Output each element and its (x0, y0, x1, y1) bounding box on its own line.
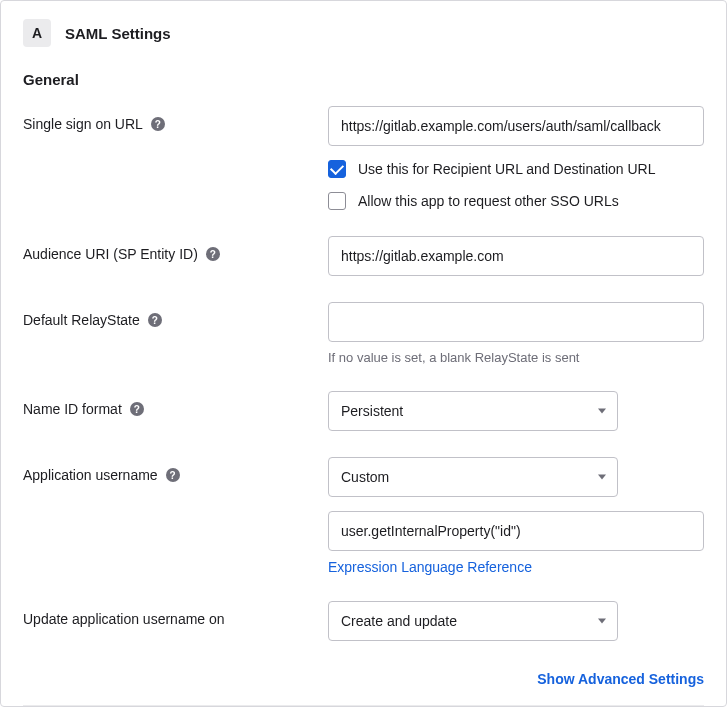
row-update-username-on: Update application username on Create an… (1, 601, 726, 667)
label-audience-uri: Audience URI (SP Entity ID) ? (23, 236, 328, 262)
relay-state-helper: If no value is set, a blank RelayState i… (328, 350, 704, 365)
nameid-select-wrap: Persistent (328, 391, 618, 431)
control-audience-uri (328, 236, 704, 276)
label-sso-url: Single sign on URL ? (23, 106, 328, 132)
checkbox-recipient-label[interactable]: Use this for Recipient URL and Destinati… (358, 161, 656, 177)
section-title-general: General (1, 57, 726, 106)
help-icon[interactable]: ? (130, 402, 144, 416)
label-nameid-format-text: Name ID format (23, 401, 122, 417)
help-icon[interactable]: ? (206, 247, 220, 261)
saml-settings-panel: A SAML Settings General Single sign on U… (0, 0, 727, 707)
help-icon[interactable]: ? (148, 313, 162, 327)
row-sso-url: Single sign on URL ? Use this for Recipi… (1, 106, 726, 236)
app-username-select[interactable]: Custom (328, 457, 618, 497)
label-relay-state-text: Default RelayState (23, 312, 140, 328)
checkbox-other-sso[interactable] (328, 192, 346, 210)
section-badge: A (23, 19, 51, 47)
label-sso-url-text: Single sign on URL (23, 116, 143, 132)
app-username-select-wrap: Custom (328, 457, 618, 497)
checkbox-other-sso-label[interactable]: Allow this app to request other SSO URLs (358, 193, 619, 209)
row-nameid-format: Name ID format ? Persistent (1, 391, 726, 457)
label-app-username: Application username ? (23, 457, 328, 483)
sso-url-input[interactable] (328, 106, 704, 146)
expression-language-reference-link[interactable]: Expression Language Reference (328, 559, 532, 575)
control-nameid-format: Persistent (328, 391, 704, 431)
cb-row-other-sso: Allow this app to request other SSO URLs (328, 192, 704, 210)
nameid-format-select[interactable]: Persistent (328, 391, 618, 431)
control-update-username-on: Create and update (328, 601, 704, 641)
panel-header: A SAML Settings (1, 1, 726, 57)
help-icon[interactable]: ? (166, 468, 180, 482)
cb-row-recipient: Use this for Recipient URL and Destinati… (328, 160, 704, 178)
show-advanced-settings-link[interactable]: Show Advanced Settings (537, 671, 704, 687)
label-update-username-on-text: Update application username on (23, 611, 225, 627)
row-audience-uri: Audience URI (SP Entity ID) ? (1, 236, 726, 302)
audience-uri-input[interactable] (328, 236, 704, 276)
control-app-username: Custom Expression Language Reference (328, 457, 704, 575)
row-app-username: Application username ? Custom Expression… (1, 457, 726, 601)
update-username-on-select[interactable]: Create and update (328, 601, 618, 641)
checkbox-recipient-url[interactable] (328, 160, 346, 178)
label-relay-state: Default RelayState ? (23, 302, 328, 328)
panel-title: SAML Settings (65, 25, 171, 42)
control-relay-state: If no value is set, a blank RelayState i… (328, 302, 704, 365)
label-app-username-text: Application username (23, 467, 158, 483)
update-on-select-wrap: Create and update (328, 601, 618, 641)
app-username-expression-input[interactable] (328, 511, 704, 551)
advanced-settings-row: Show Advanced Settings (1, 667, 726, 705)
row-relay-state: Default RelayState ? If no value is set,… (1, 302, 726, 391)
label-audience-uri-text: Audience URI (SP Entity ID) (23, 246, 198, 262)
divider (23, 705, 704, 706)
label-nameid-format: Name ID format ? (23, 391, 328, 417)
help-icon[interactable]: ? (151, 117, 165, 131)
control-sso-url: Use this for Recipient URL and Destinati… (328, 106, 704, 210)
relay-state-input[interactable] (328, 302, 704, 342)
label-update-username-on: Update application username on (23, 601, 328, 627)
